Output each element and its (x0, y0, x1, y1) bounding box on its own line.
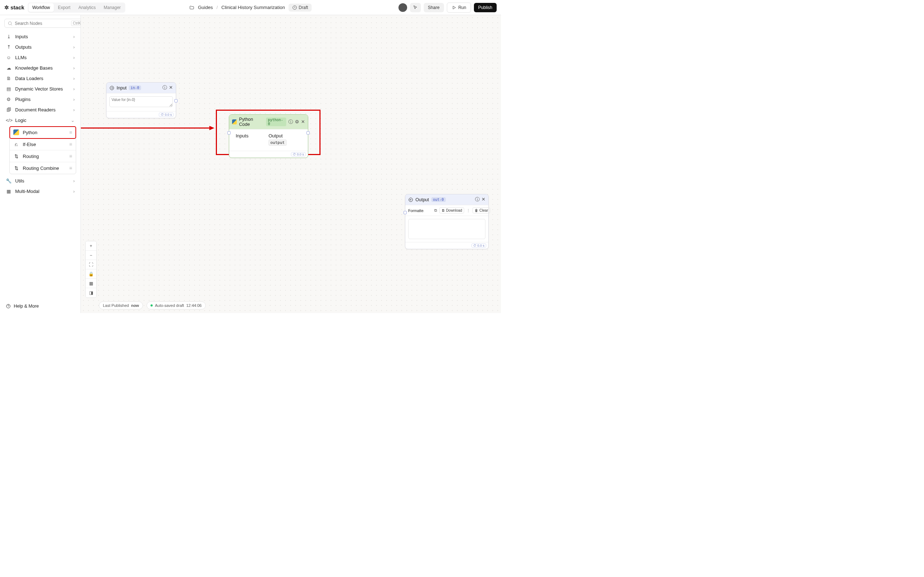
node-output[interactable]: Output out-0 ⓘ ✕ Formatted ⧉ 🗎 Download … (405, 194, 489, 249)
folder-icon (189, 5, 194, 10)
info-icon[interactable]: ⓘ (288, 119, 293, 125)
cat-llms[interactable]: ☺LLMs› (3, 52, 78, 63)
cat-label: Outputs (15, 44, 32, 50)
nav-tab-analytics[interactable]: Analytics (75, 3, 99, 12)
avatar[interactable] (399, 3, 407, 12)
cat-label: Document Readers (15, 107, 56, 113)
download-button[interactable]: 🗎 Download (439, 207, 464, 213)
layout-button[interactable]: ▦ (86, 279, 96, 288)
breadcrumb-status[interactable]: Draft (289, 3, 312, 11)
node-output-tag: out-0 (431, 197, 446, 202)
cursor-button[interactable] (410, 3, 421, 12)
nav-tab-manager[interactable]: Manager (100, 3, 124, 12)
cat-outputs[interactable]: ⤒Outputs› (3, 42, 78, 52)
publish-button[interactable]: Publish (474, 3, 497, 12)
svg-marker-4 (209, 126, 215, 130)
cat-dataloaders[interactable]: 🗎Data Loaders› (3, 73, 78, 84)
zoom-in-button[interactable]: + (86, 241, 96, 251)
autosave-time: 12:44:06 (186, 303, 202, 308)
node-output-port-in[interactable] (404, 211, 407, 214)
drag-handle-icon[interactable]: ≡ (69, 165, 72, 171)
drag-handle-icon[interactable]: ≡ (69, 129, 72, 135)
minimap-button[interactable]: ◨ (86, 288, 96, 298)
drag-handle-icon[interactable]: ≡ (69, 153, 72, 159)
chat-icon: ☺ (6, 55, 11, 60)
grid-icon: ▤ (6, 86, 11, 92)
more-icon[interactable]: ⋮ (466, 208, 470, 213)
chevron-right-icon: › (73, 178, 75, 184)
node-python-header[interactable]: Python Code python-0 ⓘ ⚙ ✕ (229, 115, 308, 129)
gear-icon[interactable]: ⚙ (295, 119, 299, 125)
breadcrumb: Guides / Clinical History Summarization … (189, 3, 312, 11)
node-python-port-in[interactable] (228, 131, 231, 134)
cat-label: Utils (15, 178, 24, 184)
info-icon[interactable]: ⓘ (475, 197, 480, 203)
subitem-label: If-Else (23, 142, 36, 147)
lock-button[interactable]: 🔒 (86, 269, 96, 279)
svg-point-1 (6, 305, 10, 308)
fit-view-button[interactable]: ⛶ (86, 260, 96, 269)
branch-icon: ⎌ (13, 142, 19, 147)
help-icon (6, 304, 11, 309)
python-output-label: Output (268, 133, 301, 139)
node-title: Python Code (239, 117, 264, 127)
node-python-body: Inputs Output output (229, 129, 308, 151)
share-button[interactable]: Share (424, 3, 444, 12)
autosave-label: Auto-saved draft (155, 303, 184, 308)
cat-utils[interactable]: 🔧Utils› (3, 176, 78, 186)
brand-logo: ✲ stack (4, 4, 24, 11)
search-input[interactable] (15, 21, 69, 26)
autosave-pill: Auto-saved draft 12:44:06 (147, 301, 206, 309)
cat-logic[interactable]: </>Logic⌄ (3, 115, 78, 126)
close-icon[interactable]: ✕ (301, 119, 305, 125)
node-output-footer: ⏱ 0.0 s (405, 242, 488, 249)
output-icon (408, 197, 413, 202)
subitem-python[interactable]: Python ≡ (10, 127, 76, 139)
chevron-down-icon: ⌄ (71, 118, 75, 123)
search-icon (8, 21, 13, 26)
cat-plugins[interactable]: ⚙Plugins› (3, 94, 78, 105)
close-icon[interactable]: ✕ (481, 197, 485, 203)
zoom-out-button[interactable]: − (86, 251, 96, 260)
chevron-right-icon: › (73, 189, 75, 194)
chevron-right-icon: › (73, 65, 75, 71)
cat-knowledge[interactable]: ☁Knowledge Bases› (3, 63, 78, 73)
search-box[interactable]: CtrlK (4, 19, 86, 28)
breadcrumb-page[interactable]: Clinical History Summarization (221, 5, 285, 10)
node-python-port-out[interactable] (307, 131, 310, 134)
node-output-header[interactable]: Output out-0 ⓘ ✕ (405, 194, 488, 205)
chevron-right-icon: › (73, 97, 75, 102)
category-list: ⤓Inputs› ⤒Outputs› ☺LLMs› ☁Knowledge Bas… (0, 31, 81, 197)
output-textarea[interactable] (408, 219, 485, 239)
canvas[interactable]: Input in-0 ⓘ ✕ ⏱ 0.0 s Python Code pytho… (81, 15, 501, 313)
copy-icon[interactable]: ⧉ (434, 208, 437, 213)
cat-docreaders[interactable]: 🗐Document Readers› (3, 105, 78, 115)
breadcrumb-folder[interactable]: Guides (198, 5, 213, 10)
run-button[interactable]: Run (447, 3, 471, 13)
drag-handle-icon[interactable]: ≡ (69, 141, 72, 147)
last-published-value: now (131, 303, 139, 308)
node-python[interactable]: Python Code python-0 ⓘ ⚙ ✕ Inputs Output… (229, 114, 308, 158)
history-icon (292, 5, 297, 10)
clear-button[interactable]: 🗑 Clear (472, 207, 490, 213)
nav-tab-workflow[interactable]: Workflow (29, 3, 53, 12)
cat-multimodal[interactable]: ▦Multi-Modal› (3, 186, 78, 197)
subitem-label: Routing Combine (23, 166, 59, 171)
cat-label: Dynamic Vector Stores (15, 86, 63, 92)
nav-tabs: Workflow Export Analytics Manager (28, 3, 125, 13)
last-published-pill[interactable]: Last Published now (99, 301, 143, 309)
nav-tab-export[interactable]: Export (55, 3, 74, 12)
cloud-icon: ☁ (6, 65, 11, 71)
help-more[interactable]: Help & More (0, 299, 81, 313)
chevron-right-icon: › (73, 86, 75, 92)
python-output-var: output (268, 140, 287, 146)
subitem-routing-combine[interactable]: ⇅ Routing Combine ≡ (10, 162, 76, 174)
python-inputs-label: Inputs (236, 133, 268, 139)
cat-vectorstores[interactable]: ▤Dynamic Vector Stores› (3, 84, 78, 94)
subitem-ifelse[interactable]: ⎌ If-Else ≡ (10, 139, 76, 150)
cat-inputs[interactable]: ⤓Inputs› (3, 31, 78, 42)
topbar-right: Share Run Publish (399, 3, 497, 13)
cat-label: Data Loaders (15, 76, 43, 81)
node-python-tag: python-0 (266, 118, 286, 126)
subitem-routing[interactable]: ⇅ Routing ≡ (10, 150, 76, 162)
